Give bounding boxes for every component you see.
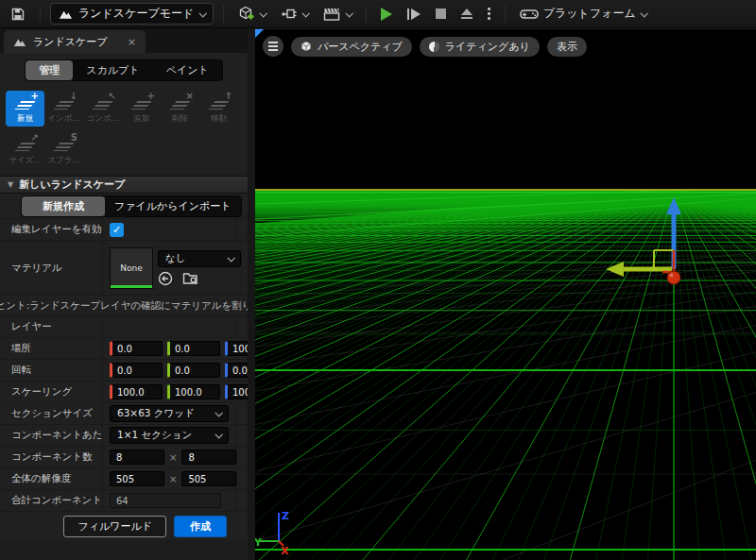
panel-splitter[interactable] [248, 28, 255, 560]
tool-add-component[interactable]: + 追加 [122, 91, 161, 127]
create-button[interactable]: 作成 [174, 516, 227, 537]
play-options-button[interactable] [483, 3, 495, 25]
section-size-row: セクションサイズ 63×63 クワッド [0, 403, 248, 425]
x-icon: × [186, 92, 194, 101]
rotation-y-field[interactable]: 0.0 [167, 363, 220, 378]
platforms-label: プラットフォーム [543, 6, 636, 22]
material-label: マテリアル [11, 262, 102, 275]
platforms-button[interactable]: プラットフォーム [515, 3, 651, 25]
clapperboard-icon [323, 7, 341, 22]
create-new-toggle[interactable]: 新規作成 [22, 196, 105, 216]
material-thumbnail[interactable]: None [110, 247, 153, 289]
toolbar-separator [40, 6, 41, 23]
component-count-x-field[interactable]: 8 [110, 450, 164, 465]
rotation-row: 回転 0.0 0.0 0.0 [0, 360, 248, 382]
tool-import[interactable]: ↓ インポ... [44, 91, 83, 127]
chevron-down-icon [215, 431, 222, 438]
material-hint: ヒント:ランドスケープレイヤの確認にマテリアルを割り [0, 296, 248, 316]
cinematics-button[interactable] [318, 3, 356, 25]
close-icon[interactable]: × [128, 36, 136, 48]
location-y-field[interactable]: 0.0 [167, 341, 220, 356]
create-method-row: 新規作成 ファイルからインポート [0, 194, 248, 219]
edit-layers-checkbox[interactable]: ✓ [110, 223, 124, 237]
material-row: マテリアル None なし [0, 241, 248, 296]
add-cube-icon [238, 6, 255, 23]
scale-label: スケーリング [11, 385, 102, 399]
chevron-down-icon [260, 9, 267, 17]
landscape-tab-icon [13, 37, 26, 47]
viewport-canvas[interactable]: ZYX [255, 29, 756, 560]
frame-skip-button[interactable] [403, 3, 425, 25]
view-mode-dropdown[interactable]: ライティングあり [420, 37, 540, 57]
add-actor-button[interactable] [233, 3, 270, 25]
component-count-y-field[interactable]: 8 [181, 450, 236, 465]
import-from-file-toggle[interactable]: ファイルからインポート [105, 196, 241, 216]
panel-tab-strip: ランドスケープ × [0, 28, 248, 53]
plus-icon: + [147, 92, 155, 101]
gamepad-icon [520, 8, 539, 21]
rotation-x-field[interactable]: 0.0 [110, 363, 163, 378]
scale-x-field[interactable]: 100.0 [110, 384, 163, 399]
viewport[interactable]: パースペクティブ ライティングあり 表示 ZYX [255, 28, 756, 560]
scale-y-field[interactable]: 100.0 [167, 384, 220, 399]
toolbar-separator [223, 6, 224, 23]
location-x-field[interactable]: 0.0 [110, 341, 163, 356]
edit-layers-row: 編集レイヤーを有効... ✓ [0, 219, 248, 241]
viewport-toolbar: パースペクティブ ライティングあり 表示 [263, 36, 587, 57]
tab-landscape[interactable]: ランドスケープ × [4, 30, 146, 53]
tab-paint[interactable]: ペイント [153, 60, 222, 80]
material-underline [111, 285, 152, 288]
play-button[interactable] [376, 3, 397, 25]
component-count-row: コンポーネント数 8 × 8 [0, 447, 248, 468]
terrain-icon [130, 101, 151, 110]
chevron-down-icon [199, 9, 207, 17]
tab-sculpt[interactable]: スカルプト [73, 60, 152, 80]
tool-move-component[interactable]: ↑ 移動 [199, 91, 238, 127]
reset-gutter [235, 403, 248, 424]
unreal-editor-window: ランドスケープモード [0, 0, 756, 560]
browse-asset-icon[interactable] [182, 271, 199, 286]
section-title: 新しいランドスケープ [19, 178, 125, 192]
layer-row: レイヤー [0, 316, 248, 338]
panel-empty-area [0, 540, 248, 560]
spline-icon: S [71, 133, 77, 143]
cursor-icon: ↖ [109, 92, 116, 101]
stop-button[interactable] [431, 3, 451, 25]
mode-selector-label: ランドスケープモード [78, 6, 194, 22]
total-components-label: 合計コンポーネント [11, 494, 102, 507]
plus-icon: + [31, 92, 39, 101]
eject-button[interactable] [456, 3, 477, 25]
terrain-icon [53, 101, 74, 110]
stop-icon [436, 8, 446, 19]
chevron-down-icon [302, 9, 310, 17]
layer-label: レイヤー [11, 320, 102, 333]
use-selected-asset-icon[interactable] [158, 271, 173, 286]
section-header-new-landscape[interactable]: ▼ 新しいランドスケープ [0, 176, 248, 194]
tab-manage[interactable]: 管理 [26, 60, 73, 80]
perspective-dropdown[interactable]: パースペクティブ [291, 37, 412, 57]
show-flags-dropdown[interactable]: 表示 [547, 37, 587, 57]
arrow-up-icon: ↑ [225, 92, 232, 101]
overall-resolution-row: 全体の解像度 505 × 505 [0, 468, 248, 490]
overall-resolution-x-field[interactable]: 505 [110, 471, 164, 486]
terrain-icon [14, 101, 35, 110]
sections-per-component-dropdown[interactable]: 1×1 セクション [110, 427, 229, 444]
fill-world-button[interactable]: フィルワールド [63, 516, 166, 537]
landscape-mode-tabs: 管理 スカルプト ペイント [0, 53, 248, 87]
material-dropdown[interactable]: なし [158, 250, 241, 267]
tool-delete-component[interactable]: × 削除 [161, 91, 199, 127]
save-button[interactable] [6, 3, 30, 25]
tool-splines[interactable]: S スプラ... [44, 132, 83, 168]
viewport-options-button[interactable] [263, 36, 284, 57]
chevron-down-icon [346, 9, 353, 17]
tool-resize[interactable]: ↗ サイズ... [6, 132, 44, 168]
mode-selector-dropdown[interactable]: ランドスケープモード [50, 3, 214, 25]
overall-resolution-y-field[interactable]: 505 [181, 471, 236, 486]
svg-text:Z: Z [282, 510, 289, 522]
section-size-label: セクションサイズ [11, 407, 102, 420]
tool-select-component[interactable]: ↖ コンポ... [83, 91, 122, 127]
blueprints-button[interactable] [276, 3, 313, 25]
tool-new[interactable]: + 新規 [6, 91, 44, 127]
section-size-dropdown[interactable]: 63×63 クワッド [110, 405, 229, 422]
frame-skip-icon [407, 8, 421, 20]
